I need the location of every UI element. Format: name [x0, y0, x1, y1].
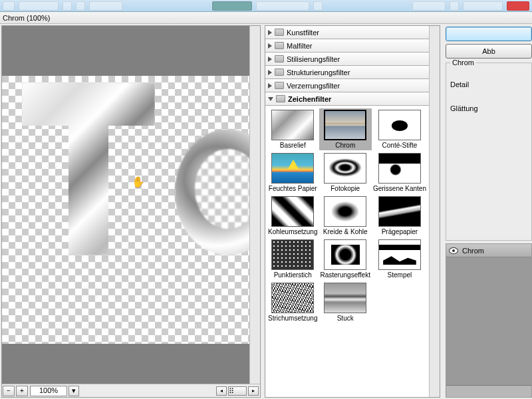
- taskbar-item[interactable]: [507, 1, 529, 11]
- thumbnail-preview-icon: [324, 196, 366, 227]
- zoom-dropdown-button[interactable]: ▾: [68, 386, 79, 396]
- filter-category-label: Zeichenfilter: [288, 95, 331, 103]
- scroll-thumb[interactable]: ⠿: [228, 386, 247, 396]
- taskbar-item[interactable]: [63, 1, 72, 11]
- filter-scrollbar-vertical[interactable]: [429, 26, 440, 397]
- thumbnail-label: Stempel: [388, 271, 412, 279]
- thumbnail-label: Feuchtes Papier: [269, 185, 317, 192]
- preview-panel: ✋ − + 100% ▾ ◂ ⠿ ▸: [1, 25, 261, 398]
- filter-thumbnail[interactable]: Rasterungseffekt: [321, 239, 370, 279]
- filter-category-row[interactable]: Zeichenfilter: [265, 92, 429, 106]
- filter-thumbnail[interactable]: Strichumsetzung: [268, 283, 318, 322]
- filter-category-label: Verzerrungsfilter: [287, 82, 340, 90]
- ok-button[interactable]: [446, 27, 532, 41]
- folder-icon: [276, 95, 285, 102]
- filter-thumbnail[interactable]: Stempel: [373, 239, 426, 279]
- filter-list-panel: KunstfilterMalfilterStilisierungsfilterS…: [265, 25, 440, 398]
- thumbnail-preview-icon: [378, 196, 421, 227]
- setting-row-detail: Detail: [450, 80, 527, 88]
- thumbnail-label: Kohleumsetzung: [268, 228, 318, 235]
- filter-thumbnail[interactable]: Kreide & Kohle: [321, 196, 370, 235]
- taskbar-item[interactable]: [450, 1, 459, 11]
- thumbnail-preview-icon: [378, 110, 421, 140]
- filter-tree[interactable]: KunstfilterMalfilterStilisierungsfilterS…: [265, 26, 429, 397]
- filter-category-label: Malfilter: [287, 42, 313, 50]
- thumbnail-preview-icon: [324, 110, 366, 140]
- cancel-button[interactable]: Abb: [446, 44, 532, 59]
- chrome-letter: [175, 129, 249, 255]
- thumbnail-preview-icon: [324, 153, 366, 184]
- triangle-right-icon: [268, 30, 272, 35]
- taskbar-item[interactable]: [76, 1, 85, 11]
- zoom-level-field[interactable]: 100%: [30, 386, 67, 396]
- folder-icon: [275, 68, 284, 76]
- thumbnail-preview-icon: [324, 239, 366, 270]
- filter-thumbnail[interactable]: Conté-Stifte: [373, 110, 426, 149]
- triangle-right-icon: [268, 57, 272, 62]
- thumbnail-label: Gerissene Kanten: [373, 185, 426, 192]
- taskbar-item[interactable]: [19, 1, 59, 11]
- filter-category-row[interactable]: Verzerrungsfilter: [265, 79, 429, 92]
- zoom-in-button[interactable]: +: [16, 386, 28, 396]
- filter-thumbnail[interactable]: Punktierstich: [268, 239, 318, 279]
- chrome-letter: [22, 82, 155, 255]
- effect-layer-row[interactable]: Chrom: [446, 244, 531, 257]
- preview-content: [2, 76, 249, 344]
- thumbnail-label: Strichumsetzung: [268, 315, 317, 322]
- taskbar-item[interactable]: [313, 1, 323, 11]
- thumbnail-label: Prägepapier: [382, 228, 418, 235]
- triangle-down-icon: [268, 97, 273, 101]
- settings-group-title: Chrom: [450, 59, 476, 66]
- taskbar-item[interactable]: [3, 1, 15, 11]
- dialog-buttons: Abb: [446, 25, 532, 60]
- triangle-right-icon: [268, 70, 272, 75]
- filter-thumbnail[interactable]: Prägepapier: [373, 196, 426, 235]
- filter-thumbnail[interactable]: Kohleumsetzung: [268, 196, 318, 235]
- smooth-label: Glättung: [450, 104, 527, 112]
- thumbnail-label: Fotokopie: [331, 185, 360, 192]
- folder-icon: [275, 55, 284, 63]
- filter-category-row[interactable]: Kunstfilter: [265, 26, 429, 39]
- zoom-out-button[interactable]: −: [3, 386, 15, 396]
- filter-category-row[interactable]: Strukturierungsfilter: [265, 66, 429, 79]
- filter-category-row[interactable]: Stilisierungsfilter: [265, 53, 429, 66]
- filter-thumbnail[interactable]: Gerissene Kanten: [373, 153, 426, 192]
- preview-footer: − + 100% ▾ ◂ ⠿ ▸: [2, 384, 260, 397]
- taskbar-item[interactable]: [89, 1, 122, 11]
- thumbnail-preview-icon: [378, 153, 421, 184]
- thumbnail-preview-icon: [378, 239, 421, 270]
- filter-settings-group: Chrom Detail Glättung: [446, 63, 532, 241]
- os-taskbar: [0, 0, 532, 12]
- preview-viewport[interactable]: ✋: [2, 26, 260, 384]
- scroll-right-button[interactable]: ▸: [248, 386, 259, 396]
- thumbnail-label: Conté-Stifte: [382, 142, 418, 149]
- preview-scrollbar-vertical[interactable]: [249, 26, 260, 384]
- filter-category-row[interactable]: Malfilter: [265, 39, 429, 53]
- triangle-right-icon: [268, 43, 272, 49]
- setting-row-smooth: Glättung: [450, 104, 527, 112]
- thumbnail-label: Rasterungseffekt: [321, 271, 370, 279]
- taskbar-item[interactable]: [212, 1, 252, 11]
- taskbar-item[interactable]: [256, 1, 309, 11]
- taskbar-item[interactable]: [463, 1, 503, 11]
- thumbnail-label: Kreide & Kohle: [323, 228, 368, 235]
- thumbnail-label: Basrelief: [280, 142, 306, 149]
- scroll-left-button[interactable]: ◂: [216, 386, 227, 396]
- thumbnail-preview-icon: [271, 110, 314, 140]
- detail-label: Detail: [450, 80, 527, 88]
- taskbar-item[interactable]: [412, 1, 446, 11]
- effect-layer-name: Chrom: [462, 247, 484, 255]
- settings-panel: Abb Chrom Detail Glättung Chrom: [444, 25, 532, 398]
- filter-thumbnail[interactable]: Fotokopie: [321, 153, 370, 192]
- thumbnail-preview-icon: [271, 153, 314, 184]
- filter-thumbnail[interactable]: Feuchtes Papier: [268, 153, 318, 192]
- triangle-right-icon: [268, 83, 272, 88]
- effect-layers-body: [446, 257, 531, 385]
- visibility-eye-icon[interactable]: [449, 247, 458, 254]
- dialog-titlebar: Chrom (100%): [0, 12, 532, 24]
- preview-canvas: [2, 76, 249, 344]
- preview-scrollbar-horizontal: ◂ ⠿ ▸: [79, 386, 260, 396]
- filter-thumbnail[interactable]: Basrelief: [268, 110, 318, 149]
- filter-thumbnail[interactable]: Chrom: [319, 108, 372, 150]
- filter-thumbnail[interactable]: Stuck: [321, 283, 370, 322]
